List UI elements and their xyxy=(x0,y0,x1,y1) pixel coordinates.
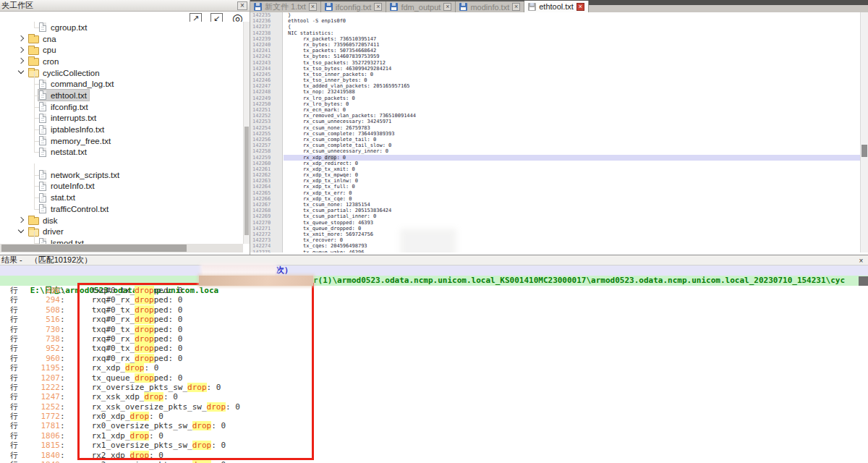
tree-item-hitbox[interactable]: ethtool.txt xyxy=(38,90,89,101)
tree-item[interactable]: command_log.txt xyxy=(0,78,243,90)
tree-item-hitbox[interactable]: disk xyxy=(27,215,59,226)
chevron-right-icon[interactable] xyxy=(17,57,25,65)
tree-item-hitbox[interactable]: driver xyxy=(27,226,66,237)
tree-item-hitbox[interactable]: netstat.txt xyxy=(38,147,89,158)
line-number: 142235 xyxy=(250,12,282,18)
tree-item[interactable]: cna xyxy=(0,33,243,45)
line-number: 142241 xyxy=(250,48,282,54)
workspace-close-icon[interactable]: × xyxy=(237,1,247,10)
tree-item-label: interrupts.txt xyxy=(51,114,96,122)
row-line-number: 952 xyxy=(18,344,60,353)
tree-item[interactable]: driver xyxy=(0,226,243,237)
tree-item-hitbox[interactable]: command_log.txt xyxy=(38,79,116,90)
row-colon: : xyxy=(60,363,65,373)
tab-close-icon[interactable]: × xyxy=(576,3,584,11)
row-label: 行 xyxy=(0,431,18,441)
tree-item-label: network_scripts.txt xyxy=(51,171,119,179)
row-colon: : xyxy=(60,421,65,430)
tree-item-hitbox[interactable]: cyclicCollection xyxy=(27,67,102,78)
tree-item-hitbox[interactable]: routeInfo.txt xyxy=(38,181,97,192)
file-icon xyxy=(39,114,46,123)
tree-item[interactable]: trafficControl.txt xyxy=(0,203,243,215)
save-icon xyxy=(459,3,467,11)
tab-label: ethtool.txt xyxy=(539,2,574,11)
tree-item[interactable]: iptablesInfo.txt xyxy=(0,124,243,135)
tab-close-icon[interactable]: × xyxy=(309,3,317,11)
results-scroll-corner[interactable] xyxy=(859,276,868,286)
editor-body[interactable]: 1422351422361422371422381422391422401422… xyxy=(250,12,860,252)
line-number: 142249 xyxy=(250,95,282,101)
tab-close-icon[interactable]: × xyxy=(374,3,382,11)
row-line-number: 1849 xyxy=(18,460,60,463)
tab-label: 新文件 1.txt xyxy=(265,1,306,12)
tree-item-hitbox[interactable]: cpu xyxy=(27,45,59,56)
tab-close-icon[interactable]: × xyxy=(512,3,520,11)
tree-item[interactable]: cyclicCollection xyxy=(0,67,243,79)
chevron-right-icon[interactable] xyxy=(17,46,25,54)
editor-vertical-scrollbar[interactable] xyxy=(860,12,868,252)
code-area[interactable]: }ethtool -S enp1s0f0{NIC statistics: rx_… xyxy=(284,12,860,252)
tree-item-label: disk xyxy=(43,216,57,225)
results-close-icon[interactable]: × xyxy=(856,256,866,265)
line-number: 142245 xyxy=(250,72,282,77)
chevron-right-icon[interactable] xyxy=(17,35,25,43)
tree-item[interactable]: routeInfo.txt xyxy=(0,181,243,192)
tree-item[interactable]: cgroup.txt xyxy=(0,22,243,33)
editor-tab[interactable]: modinfo.txt× xyxy=(456,1,524,12)
row-label: 行 xyxy=(0,295,18,305)
row-line-number: 1247 xyxy=(18,392,60,402)
tree-item-hitbox[interactable]: iptablesInfo.txt xyxy=(38,124,106,135)
tree-item[interactable]: interrupts.txt xyxy=(0,113,243,124)
tree-item[interactable]: lsmod.txt xyxy=(0,237,243,244)
line-number: 142263 xyxy=(250,178,282,184)
row-label: 行 xyxy=(0,392,18,402)
chevron-down-icon[interactable] xyxy=(17,69,25,77)
editor-tab[interactable]: 新文件 1.txt× xyxy=(250,1,321,12)
tree-item-hitbox[interactable]: ifconfig.txt xyxy=(38,101,90,112)
tree-item-hitbox[interactable]: memory_free.txt xyxy=(38,135,113,146)
chevron-right-icon[interactable] xyxy=(17,216,25,224)
tree-item[interactable]: netstat.txt xyxy=(0,147,243,158)
tree-vertical-scrollbar[interactable] xyxy=(243,22,250,244)
scrollbar-thumb[interactable] xyxy=(861,145,867,157)
tree-item-hitbox[interactable]: network_scripts.txt xyxy=(38,169,122,180)
save-icon xyxy=(254,3,262,11)
tree-item-hitbox[interactable]: cgroup.txt xyxy=(38,22,90,33)
tree-item[interactable]: stat.txt xyxy=(0,192,243,203)
row-label: 行 xyxy=(0,441,18,450)
tree-item[interactable]: memory_free.txt xyxy=(0,135,243,147)
tree-horizontal-scrollbar[interactable] xyxy=(0,244,243,252)
scrollbar-thumb[interactable] xyxy=(244,127,249,235)
save-icon xyxy=(528,3,536,11)
tree-item-hitbox[interactable]: cron xyxy=(27,56,61,67)
tab-close-icon[interactable]: × xyxy=(443,3,451,11)
code-line: tx_queue_dropped: 0 xyxy=(284,226,860,232)
tree-item-label: cpu xyxy=(43,46,56,54)
tree-item-hitbox[interactable]: lsmod.txt xyxy=(38,237,86,244)
tree-item[interactable]: ifconfig.txt xyxy=(0,101,243,113)
tree-item[interactable]: cpu xyxy=(0,44,243,56)
tree-item[interactable]: cron xyxy=(0,56,243,67)
editor-tab[interactable]: ifconfig.txt× xyxy=(321,1,387,12)
tree-item-hitbox[interactable]: trafficControl.txt xyxy=(38,203,111,214)
line-number: 142239 xyxy=(250,36,282,42)
redaction-blur xyxy=(203,266,275,276)
code-line: rx_xdp_tx_full: 0 xyxy=(284,184,860,190)
code-line: { xyxy=(284,24,860,30)
chevron-down-icon[interactable] xyxy=(17,228,25,236)
tree-item[interactable]: disk xyxy=(0,215,243,226)
editor-tab[interactable]: ethtool.txt× xyxy=(524,1,589,12)
row-colon: : xyxy=(60,325,65,334)
line-number: 142240 xyxy=(250,42,282,48)
code-text: rx_xdp_ xyxy=(288,155,325,161)
tree-item-hitbox[interactable]: interrupts.txt xyxy=(38,113,98,124)
result-row[interactable]: 行1849:rx2_oversize_pkts_sw_drop: 0 xyxy=(0,460,868,463)
tree-item-hitbox[interactable]: stat.txt xyxy=(38,192,77,203)
scrollbar-thumb[interactable] xyxy=(1,245,187,252)
tree-item-hitbox[interactable]: cna xyxy=(27,33,59,44)
tree-item[interactable]: ethtool.txt xyxy=(0,90,243,101)
tabbar-dark-strip xyxy=(579,0,868,5)
tree-item[interactable]: network_scripts.txt xyxy=(0,169,243,181)
code-line: rx_bytes: 735960572057411 xyxy=(284,42,860,48)
editor-tab[interactable]: fdm_output× xyxy=(386,1,456,12)
